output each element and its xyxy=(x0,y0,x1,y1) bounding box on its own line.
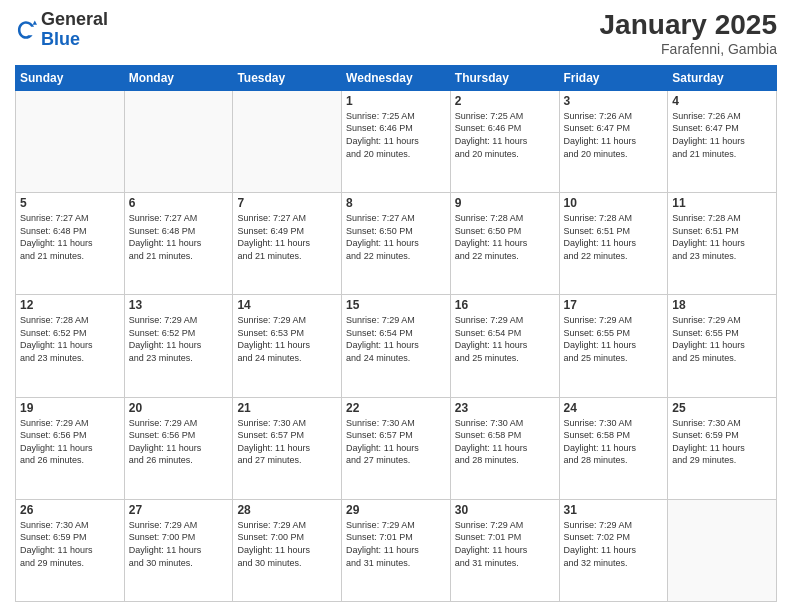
day-number: 26 xyxy=(20,503,120,517)
day-number: 9 xyxy=(455,196,555,210)
col-header-wednesday: Wednesday xyxy=(342,65,451,90)
week-row-5: 26Sunrise: 7:30 AM Sunset: 6:59 PM Dayli… xyxy=(16,499,777,601)
day-number: 14 xyxy=(237,298,337,312)
day-cell: 26Sunrise: 7:30 AM Sunset: 6:59 PM Dayli… xyxy=(16,499,125,601)
day-info: Sunrise: 7:29 AM Sunset: 6:52 PM Dayligh… xyxy=(129,314,229,364)
day-number: 12 xyxy=(20,298,120,312)
day-cell: 22Sunrise: 7:30 AM Sunset: 6:57 PM Dayli… xyxy=(342,397,451,499)
day-cell: 12Sunrise: 7:28 AM Sunset: 6:52 PM Dayli… xyxy=(16,295,125,397)
day-info: Sunrise: 7:27 AM Sunset: 6:49 PM Dayligh… xyxy=(237,212,337,262)
day-cell xyxy=(668,499,777,601)
day-cell xyxy=(233,90,342,192)
day-info: Sunrise: 7:30 AM Sunset: 6:57 PM Dayligh… xyxy=(346,417,446,467)
day-cell: 2Sunrise: 7:25 AM Sunset: 6:46 PM Daylig… xyxy=(450,90,559,192)
day-cell: 7Sunrise: 7:27 AM Sunset: 6:49 PM Daylig… xyxy=(233,193,342,295)
day-info: Sunrise: 7:27 AM Sunset: 6:48 PM Dayligh… xyxy=(129,212,229,262)
day-cell: 5Sunrise: 7:27 AM Sunset: 6:48 PM Daylig… xyxy=(16,193,125,295)
day-number: 27 xyxy=(129,503,229,517)
day-cell: 1Sunrise: 7:25 AM Sunset: 6:46 PM Daylig… xyxy=(342,90,451,192)
week-row-3: 12Sunrise: 7:28 AM Sunset: 6:52 PM Dayli… xyxy=(16,295,777,397)
day-info: Sunrise: 7:29 AM Sunset: 6:54 PM Dayligh… xyxy=(346,314,446,364)
day-number: 19 xyxy=(20,401,120,415)
day-info: Sunrise: 7:26 AM Sunset: 6:47 PM Dayligh… xyxy=(564,110,664,160)
col-header-tuesday: Tuesday xyxy=(233,65,342,90)
day-number: 31 xyxy=(564,503,664,517)
day-cell: 28Sunrise: 7:29 AM Sunset: 7:00 PM Dayli… xyxy=(233,499,342,601)
day-cell: 17Sunrise: 7:29 AM Sunset: 6:55 PM Dayli… xyxy=(559,295,668,397)
day-info: Sunrise: 7:25 AM Sunset: 6:46 PM Dayligh… xyxy=(455,110,555,160)
day-info: Sunrise: 7:29 AM Sunset: 7:02 PM Dayligh… xyxy=(564,519,664,569)
day-number: 2 xyxy=(455,94,555,108)
day-number: 13 xyxy=(129,298,229,312)
day-info: Sunrise: 7:28 AM Sunset: 6:52 PM Dayligh… xyxy=(20,314,120,364)
day-cell: 27Sunrise: 7:29 AM Sunset: 7:00 PM Dayli… xyxy=(124,499,233,601)
day-number: 6 xyxy=(129,196,229,210)
day-info: Sunrise: 7:29 AM Sunset: 7:01 PM Dayligh… xyxy=(346,519,446,569)
day-info: Sunrise: 7:29 AM Sunset: 6:56 PM Dayligh… xyxy=(129,417,229,467)
day-info: Sunrise: 7:28 AM Sunset: 6:51 PM Dayligh… xyxy=(564,212,664,262)
logo-general: General xyxy=(41,9,108,29)
day-info: Sunrise: 7:29 AM Sunset: 7:01 PM Dayligh… xyxy=(455,519,555,569)
col-header-sunday: Sunday xyxy=(16,65,125,90)
day-info: Sunrise: 7:29 AM Sunset: 6:54 PM Dayligh… xyxy=(455,314,555,364)
day-number: 18 xyxy=(672,298,772,312)
day-info: Sunrise: 7:30 AM Sunset: 6:59 PM Dayligh… xyxy=(672,417,772,467)
day-info: Sunrise: 7:30 AM Sunset: 6:57 PM Dayligh… xyxy=(237,417,337,467)
day-number: 11 xyxy=(672,196,772,210)
day-cell: 31Sunrise: 7:29 AM Sunset: 7:02 PM Dayli… xyxy=(559,499,668,601)
day-number: 29 xyxy=(346,503,446,517)
day-info: Sunrise: 7:29 AM Sunset: 7:00 PM Dayligh… xyxy=(129,519,229,569)
day-number: 23 xyxy=(455,401,555,415)
day-cell: 30Sunrise: 7:29 AM Sunset: 7:01 PM Dayli… xyxy=(450,499,559,601)
calendar-header-row: SundayMondayTuesdayWednesdayThursdayFrid… xyxy=(16,65,777,90)
day-info: Sunrise: 7:28 AM Sunset: 6:50 PM Dayligh… xyxy=(455,212,555,262)
day-number: 21 xyxy=(237,401,337,415)
day-info: Sunrise: 7:29 AM Sunset: 7:00 PM Dayligh… xyxy=(237,519,337,569)
day-number: 30 xyxy=(455,503,555,517)
day-number: 5 xyxy=(20,196,120,210)
logo-text: General Blue xyxy=(41,10,108,50)
day-cell: 16Sunrise: 7:29 AM Sunset: 6:54 PM Dayli… xyxy=(450,295,559,397)
day-info: Sunrise: 7:27 AM Sunset: 6:48 PM Dayligh… xyxy=(20,212,120,262)
day-number: 8 xyxy=(346,196,446,210)
col-header-friday: Friday xyxy=(559,65,668,90)
day-info: Sunrise: 7:29 AM Sunset: 6:55 PM Dayligh… xyxy=(672,314,772,364)
day-cell: 18Sunrise: 7:29 AM Sunset: 6:55 PM Dayli… xyxy=(668,295,777,397)
day-cell: 9Sunrise: 7:28 AM Sunset: 6:50 PM Daylig… xyxy=(450,193,559,295)
day-info: Sunrise: 7:26 AM Sunset: 6:47 PM Dayligh… xyxy=(672,110,772,160)
week-row-4: 19Sunrise: 7:29 AM Sunset: 6:56 PM Dayli… xyxy=(16,397,777,499)
day-number: 25 xyxy=(672,401,772,415)
day-number: 24 xyxy=(564,401,664,415)
day-cell: 6Sunrise: 7:27 AM Sunset: 6:48 PM Daylig… xyxy=(124,193,233,295)
day-number: 22 xyxy=(346,401,446,415)
day-cell xyxy=(124,90,233,192)
day-info: Sunrise: 7:27 AM Sunset: 6:50 PM Dayligh… xyxy=(346,212,446,262)
week-row-2: 5Sunrise: 7:27 AM Sunset: 6:48 PM Daylig… xyxy=(16,193,777,295)
day-cell: 23Sunrise: 7:30 AM Sunset: 6:58 PM Dayli… xyxy=(450,397,559,499)
day-number: 17 xyxy=(564,298,664,312)
calendar-table: SundayMondayTuesdayWednesdayThursdayFrid… xyxy=(15,65,777,602)
col-header-monday: Monday xyxy=(124,65,233,90)
day-number: 16 xyxy=(455,298,555,312)
day-number: 7 xyxy=(237,196,337,210)
day-number: 10 xyxy=(564,196,664,210)
day-cell: 8Sunrise: 7:27 AM Sunset: 6:50 PM Daylig… xyxy=(342,193,451,295)
calendar-title: January 2025 xyxy=(600,10,777,41)
calendar-body: 1Sunrise: 7:25 AM Sunset: 6:46 PM Daylig… xyxy=(16,90,777,601)
title-block: January 2025 Farafenni, Gambia xyxy=(600,10,777,57)
day-cell: 13Sunrise: 7:29 AM Sunset: 6:52 PM Dayli… xyxy=(124,295,233,397)
logo: General Blue xyxy=(15,10,108,50)
day-number: 4 xyxy=(672,94,772,108)
day-cell: 10Sunrise: 7:28 AM Sunset: 6:51 PM Dayli… xyxy=(559,193,668,295)
day-cell: 24Sunrise: 7:30 AM Sunset: 6:58 PM Dayli… xyxy=(559,397,668,499)
day-cell: 14Sunrise: 7:29 AM Sunset: 6:53 PM Dayli… xyxy=(233,295,342,397)
day-cell: 4Sunrise: 7:26 AM Sunset: 6:47 PM Daylig… xyxy=(668,90,777,192)
day-cell: 19Sunrise: 7:29 AM Sunset: 6:56 PM Dayli… xyxy=(16,397,125,499)
day-cell: 25Sunrise: 7:30 AM Sunset: 6:59 PM Dayli… xyxy=(668,397,777,499)
header: General Blue January 2025 Farafenni, Gam… xyxy=(15,10,777,57)
calendar-subtitle: Farafenni, Gambia xyxy=(600,41,777,57)
logo-blue: Blue xyxy=(41,29,80,49)
day-cell xyxy=(16,90,125,192)
day-info: Sunrise: 7:28 AM Sunset: 6:51 PM Dayligh… xyxy=(672,212,772,262)
day-info: Sunrise: 7:29 AM Sunset: 6:55 PM Dayligh… xyxy=(564,314,664,364)
